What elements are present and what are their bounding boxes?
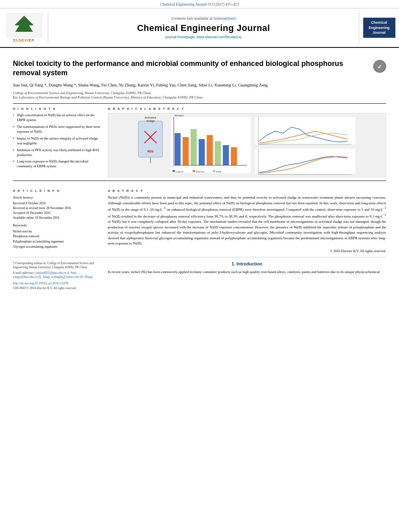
svg-text:0: 0 — [172, 165, 173, 168]
journal-header: ELSEVIER Contents lists available at Sci… — [0, 8, 399, 48]
doi-link[interactable]: http://dx.doi.org/10.1016/j.cej.2016.12.… — [13, 281, 101, 286]
svg-text:ROS: ROS — [147, 150, 154, 153]
svg-text:Ni(mg/L): Ni(mg/L) — [175, 114, 184, 117]
svg-rect-13 — [175, 133, 181, 165]
svg-rect-25 — [173, 170, 175, 172]
sciencedirect-link[interactable]: ScienceDirect — [214, 16, 236, 21]
svg-text:✓: ✓ — [377, 64, 382, 70]
bottom-divider — [13, 257, 386, 257]
graphical-abstract-section: G R A P H I C A L A B S T R A C T Activa… — [108, 107, 386, 177]
footnote-intro-row: * Corresponding authors at: College of E… — [0, 261, 399, 291]
highlight-item-1: High concentration of Ni(II) has an adve… — [13, 113, 101, 123]
svg-text:Activated: Activated — [145, 116, 156, 119]
keyword-3: Polyphosphate accumulating organisms — [13, 239, 101, 244]
article-info-title: A R T I C L E I N F O — [13, 189, 101, 193]
svg-point-2 — [23, 16, 26, 20]
svg-text:Short-2m: Short-2m — [196, 170, 204, 173]
affiliation-1: College of Environmental Science and Eng… — [13, 91, 386, 96]
title-divider — [13, 103, 386, 104]
contents-line: Contents lists available at ScienceDirec… — [171, 16, 236, 21]
footnote-area: * Corresponding authors at: College of E… — [13, 261, 101, 291]
svg-rect-14 — [183, 137, 189, 165]
svg-rect-29 — [213, 170, 215, 172]
crossmark-icon: ✓ — [373, 60, 386, 73]
email-label: E-mail addresses: — [13, 271, 35, 275]
highlights-graphical-row: H I G H L I G H T S High concentration o… — [13, 107, 386, 177]
svg-rect-31 — [255, 117, 356, 145]
affiliations: College of Environmental Science and Eng… — [13, 91, 386, 101]
history-label: Article history: — [13, 195, 101, 200]
journal-ref-text: Chemical Engineering Journal 313 (2017) … — [160, 2, 239, 6]
abstract-section: A B S T R A C T Nickel (Ni(II)) is commo… — [108, 189, 386, 253]
elsevier-brand-text: ELSEVIER — [13, 38, 35, 42]
received-date: Received 8 October 2016 — [13, 201, 101, 206]
highlight-item-3: Impact of Ni(II) on the surface integrit… — [13, 136, 101, 146]
keyword-1: Nickel toxicity — [13, 229, 101, 234]
graphical-abstract-image: Activated sludge ROS — [108, 113, 386, 177]
abstract-title: A B S T R A C T — [108, 189, 386, 193]
svg-text:sludge: sludge — [146, 119, 155, 123]
issn-text: 1385-8947/© 2016 Elsevier B.V. All right… — [13, 286, 101, 291]
svg-rect-27 — [193, 170, 195, 172]
svg-rect-15 — [191, 129, 197, 165]
svg-rect-18 — [215, 141, 221, 165]
abstract-text: Nickel (Ni(II)) is commonly present in m… — [108, 195, 386, 246]
homepage-url[interactable]: www.elsevier.com/locate/cej — [197, 35, 242, 39]
keywords-label: Keywords: — [13, 223, 101, 228]
svg-text:GAOs: GAOs — [216, 170, 222, 173]
keyword-4: Glycogen accumulating organisms — [13, 244, 101, 250]
paper-title: Nickel toxicity to the performance and m… — [13, 59, 386, 78]
journal-header-center: Contents lists available at ScienceDirec… — [48, 12, 359, 44]
elsevier-logo-area: ELSEVIER — [0, 12, 48, 44]
highlights-section: H I G H L I G H T S High concentration o… — [13, 107, 101, 177]
highlight-item-2: The transformations of PHAs were suppres… — [13, 125, 101, 134]
svg-rect-20 — [231, 147, 237, 165]
revised-date: Received in revised form 28 November 201… — [13, 206, 101, 211]
keywords-section: Keywords: Nickel toxicity Phosphorus rem… — [13, 223, 101, 250]
introduction-section: 1. Introduction In recent years, nickel … — [108, 261, 386, 291]
svg-text:Long-2m: Long-2m — [176, 170, 184, 173]
elsevier-logo-img — [6, 13, 42, 37]
article-info-abstract-row: A R T I C L E I N F O Article history: R… — [13, 184, 386, 253]
copyright-text: © 2016 Elsevier B.V. All rights reserved… — [108, 249, 386, 253]
authors: Jian Sun, Qi Yang *, Dongbo Wang *, Shan… — [13, 82, 386, 88]
graphical-abstract-title: G R A P H I C A L A B S T R A C T — [108, 107, 386, 111]
highlights-list: High concentration of Ni(II) has an adve… — [13, 113, 101, 169]
crossmark-area[interactable]: ✓ — [373, 60, 386, 73]
svg-rect-17 — [207, 135, 213, 165]
journal-logo-right: ChemicalEngineeringJournal — [359, 12, 399, 44]
introduction-title: 1. Introduction — [108, 261, 386, 266]
online-date: Available online 19 December 2016 — [13, 216, 101, 220]
affiliation-2: Key Laboratory of Environmental Biology … — [13, 95, 386, 100]
paper-content: ✓ Nickel toxicity to the performance and… — [0, 48, 399, 253]
article-history: Article history: Received 8 October 2016… — [13, 195, 101, 220]
journal-homepage: journal homepage: www.elsevier.com/locat… — [165, 35, 241, 39]
svg-rect-19 — [223, 145, 229, 165]
article-info-section: A R T I C L E I N F O Article history: R… — [13, 189, 101, 253]
section-divider-1 — [13, 181, 386, 181]
keyword-2: Phosphorus removal — [13, 234, 101, 239]
svg-rect-16 — [199, 139, 205, 165]
journal-ref-bar: Chemical Engineering Journal 313 (2017) … — [0, 0, 399, 8]
corresponding-author: * Corresponding authors at: College of E… — [13, 261, 101, 270]
journal-logo-box: ChemicalEngineeringJournal — [363, 18, 395, 38]
introduction-text: In recent years, nickel (Ni) has been ex… — [108, 269, 386, 275]
footnote-emails: E-mail addresses: sunjian0915@hnu.edu.cn… — [13, 271, 101, 279]
highlight-item-4: Inhibition of PPX activity was likely at… — [13, 148, 101, 158]
journal-title: Chemical Engineering Journal — [137, 23, 270, 33]
highlight-item-5: Long-term exposure to Ni(II) changed the… — [13, 159, 101, 169]
highlights-title: H I G H L I G H T S — [13, 107, 101, 111]
accepted-date: Accepted 16 December 2016 — [13, 211, 101, 216]
